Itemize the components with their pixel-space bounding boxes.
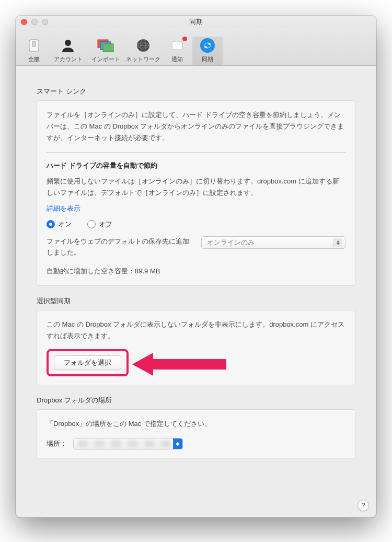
preferences-toolbar: 全般 アカウント インポート ネットワーク — [16, 28, 376, 66]
tab-account[interactable]: アカウント — [49, 37, 87, 65]
svg-point-11 — [200, 38, 215, 53]
notification-badge-icon — [182, 37, 187, 41]
switch-icon — [19, 37, 49, 54]
folder-location-heading: Dropbox フォルダの場所 — [37, 396, 355, 405]
annotation-highlight: フォルダを選択 — [47, 349, 129, 376]
zoom-window-button[interactable] — [42, 19, 48, 25]
tab-import[interactable]: インポート — [87, 37, 124, 65]
sync-icon — [192, 37, 223, 54]
tab-label: 同期 — [192, 55, 223, 63]
tab-network[interactable]: ネットワーク — [124, 37, 162, 65]
tab-label: アカウント — [49, 55, 87, 63]
selective-sync-heading: 選択型同期 — [37, 296, 355, 306]
window-controls — [21, 19, 48, 25]
location-label: 場所： — [47, 439, 67, 448]
default-save-select[interactable]: オンラインのみ — [201, 236, 345, 249]
freed-space-label: 自動的に増加した空き容量： — [47, 267, 135, 275]
smart-sync-intro: ファイルを［オンラインのみ］に設定して、ハード ドライブの空き容量を節約しましょ… — [47, 109, 345, 144]
tab-label: 全般 — [19, 55, 49, 63]
choose-folders-button[interactable]: フォルダを選択 — [54, 355, 121, 370]
person-icon — [49, 37, 87, 54]
smart-sync-panel: ファイルを［オンラインのみ］に設定して、ハード ドライブの空き容量を節約しましょ… — [37, 100, 355, 286]
location-select[interactable] — [73, 438, 183, 449]
photos-stack-icon — [87, 37, 124, 54]
tab-label: 通知 — [162, 55, 192, 63]
preferences-window: 同期 全般 アカウント インポート — [16, 16, 376, 517]
radio-unselected-icon — [87, 220, 96, 228]
radio-off[interactable]: オフ — [87, 220, 112, 229]
radio-selected-icon — [47, 220, 55, 228]
tab-general[interactable]: 全般 — [19, 37, 49, 65]
sync-pane: スマート シンク ファイルを［オンラインのみ］に設定して、ハード ドライブの空き… — [16, 66, 376, 479]
auto-save-radio-group: オン オフ — [47, 220, 345, 229]
minimize-window-button[interactable] — [31, 19, 38, 25]
divider — [47, 152, 345, 153]
tab-sync[interactable]: 同期 — [192, 37, 223, 65]
selective-sync-desc: この Mac の Dropbox フォルダに表示しないフォルダを非表示にします。… — [47, 319, 345, 342]
close-window-button[interactable] — [21, 19, 27, 25]
globe-icon — [124, 37, 162, 54]
titlebar: 同期 — [16, 16, 376, 28]
folder-location-panel: 「Dropbox」の場所をこの Mac で指定してください。 場所： — [37, 409, 355, 458]
select-stepper-icon — [333, 238, 342, 247]
svg-point-2 — [65, 40, 71, 46]
selective-sync-panel: この Mac の Dropbox フォルダに表示しないフォルダを非表示にします。… — [37, 310, 355, 385]
default-save-value: オンラインのみ — [207, 238, 255, 247]
auto-save-heading: ハード ドライブの容量を自動で節約 — [47, 161, 345, 170]
svg-rect-5 — [103, 44, 113, 52]
window-title: 同期 — [16, 16, 376, 28]
default-save-label: ファイルをウェブのデフォルトの保存先に追加しました。 — [47, 236, 193, 258]
freed-space-row: 自動的に増加した空き容量：89.9 MB — [47, 266, 345, 277]
tab-label: ネットワーク — [124, 55, 162, 63]
radio-on-label: オン — [58, 220, 72, 229]
details-link[interactable]: 詳細を表示 — [47, 204, 80, 213]
tab-notifications[interactable]: 通知 — [162, 37, 192, 65]
auto-save-desc: 頻繁に使用しないファイルは［オンラインのみ］に切り替わります。dropbox.c… — [47, 176, 345, 199]
help-button[interactable]: ? — [358, 500, 369, 511]
svg-rect-1 — [32, 41, 36, 47]
smart-sync-heading: スマート シンク — [37, 87, 355, 96]
svg-rect-10 — [172, 41, 182, 50]
freed-space-value: 89.9 MB — [135, 267, 160, 275]
select-stepper-icon — [173, 439, 182, 449]
tab-label: インポート — [87, 55, 124, 63]
location-value-redacted — [78, 440, 171, 447]
notification-icon — [162, 37, 192, 54]
folder-location-desc: 「Dropbox」の場所をこの Mac で指定してください。 — [47, 418, 345, 430]
radio-off-label: オフ — [99, 220, 112, 229]
radio-on[interactable]: オン — [47, 220, 72, 229]
